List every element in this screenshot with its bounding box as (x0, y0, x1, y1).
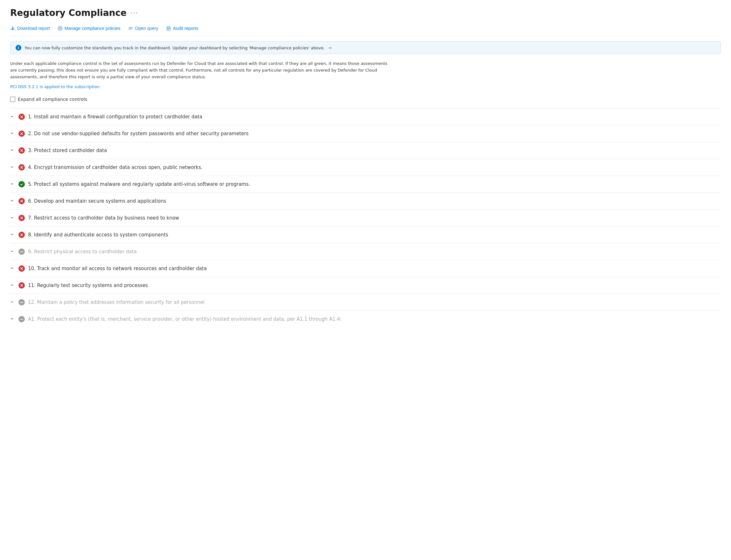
control-item-12: 12. Maintain a policy that addresses inf… (10, 294, 721, 311)
control-label-10: 10. Track and monitor all access to netw… (28, 266, 207, 271)
control-header-10[interactable]: 10. Track and monitor all access to netw… (10, 265, 721, 272)
control-item-10: 10. Track and monitor all access to netw… (10, 260, 721, 277)
info-banner: i You can now fully customize the standa… (10, 41, 721, 54)
control-item-5: 5. Protect all systems against malware a… (10, 176, 721, 193)
control-header-1[interactable]: 1. Install and maintain a firewall confi… (10, 114, 721, 120)
control-header-13[interactable]: A1. Protect each entity's (that is, merc… (10, 316, 721, 322)
control-label-2: 2. Do not use vendor-supplied defaults f… (28, 131, 249, 137)
page-title: Regulatory Compliance ··· (10, 8, 721, 18)
status-icon-9 (18, 249, 25, 255)
chevron-icon-1 (10, 115, 15, 119)
chevron-icon-2 (10, 131, 15, 136)
control-header-3[interactable]: 3. Protect stored cardholder data (10, 147, 721, 154)
chevron-icon-5 (10, 182, 15, 187)
expand-all-label: Expand all compliance controls (18, 97, 87, 102)
download-report-icon (10, 26, 15, 31)
title-ellipsis: ··· (130, 9, 138, 17)
status-icon-2 (18, 130, 25, 137)
control-header-7[interactable]: 7. Restrict access to cardholder data by… (10, 215, 721, 221)
controls-list: 1. Install and maintain a firewall confi… (10, 108, 721, 327)
control-label-12: 12. Maintain a policy that addresses inf… (28, 299, 205, 305)
control-item-3: 3. Protect stored cardholder data (10, 142, 721, 159)
control-label-4: 4. Encrypt transmission of cardholder da… (28, 165, 203, 170)
status-icon-6 (18, 198, 25, 204)
control-header-11[interactable]: 11. Regularly test security systems and … (10, 282, 721, 289)
status-icon-11 (18, 282, 25, 289)
status-icon-4 (18, 164, 25, 171)
status-icon-1 (18, 114, 25, 120)
description-text: Under each applicable compliance control… (10, 60, 392, 80)
control-label-3: 3. Protect stored cardholder data (28, 148, 107, 153)
chevron-icon-13 (10, 317, 15, 322)
title-text: Regulatory Compliance (10, 8, 127, 18)
manage-compliance-label: Manage compliance policies (65, 26, 121, 31)
control-item-6: 6. Develop and maintain secure systems a… (10, 193, 721, 209)
chevron-icon-12 (10, 300, 15, 305)
open-query-label: Open query (135, 26, 158, 31)
status-icon-5 (18, 181, 25, 187)
chevron-icon-8 (10, 233, 15, 237)
status-icon-8 (18, 232, 25, 238)
manage-compliance-icon (58, 26, 63, 31)
manage-compliance-button[interactable]: Manage compliance policies (58, 25, 121, 32)
control-item-2: 2. Do not use vendor-supplied defaults f… (10, 125, 721, 142)
info-icon: i (16, 45, 21, 51)
control-item-7: 7. Restrict access to cardholder data by… (10, 209, 721, 226)
chevron-icon-7 (10, 216, 15, 221)
control-header-6[interactable]: 6. Develop and maintain secure systems a… (10, 198, 721, 204)
chevron-icon-10 (10, 266, 15, 271)
control-label-13: A1. Protect each entity's (that is, merc… (28, 316, 342, 322)
control-item-11: 11. Regularly test security systems and … (10, 277, 721, 294)
control-item-13: A1. Protect each entity's (that is, merc… (10, 311, 721, 327)
control-label-8: 8. Identify and authenticate access to s… (28, 232, 168, 238)
download-report-label: Download report (17, 26, 50, 31)
chevron-icon-6 (10, 199, 15, 204)
audit-reports-label: Audit reports (173, 26, 198, 31)
control-header-8[interactable]: 8. Identify and authenticate access to s… (10, 232, 721, 238)
expand-controls-row: Expand all compliance controls (10, 97, 721, 102)
control-item-9: 9. Restrict physical access to cardholde… (10, 243, 721, 260)
control-header-2[interactable]: 2. Do not use vendor-supplied defaults f… (10, 130, 721, 137)
expand-all-checkbox[interactable] (10, 97, 15, 102)
audit-reports-button[interactable]: Audit reports (166, 25, 198, 32)
control-label-9: 9. Restrict physical access to cardholde… (28, 249, 137, 255)
status-icon-12 (18, 299, 25, 305)
info-arrow: → (328, 45, 332, 50)
chevron-icon-3 (10, 148, 15, 153)
control-label-6: 6. Develop and maintain secure systems a… (28, 198, 166, 204)
control-label-5: 5. Protect all systems against malware a… (28, 181, 250, 187)
control-item-8: 8. Identify and authenticate access to s… (10, 226, 721, 243)
control-header-9[interactable]: 9. Restrict physical access to cardholde… (10, 249, 721, 255)
control-item-4: 4. Encrypt transmission of cardholder da… (10, 159, 721, 176)
status-icon-10 (18, 265, 25, 272)
control-header-4[interactable]: 4. Encrypt transmission of cardholder da… (10, 164, 721, 171)
svg-point-1 (59, 28, 61, 29)
subscription-link[interactable]: PCI DSS 3.2.1 is applied to the subscrip… (10, 84, 100, 89)
control-item-1: 1. Install and maintain a firewall confi… (10, 108, 721, 125)
chevron-icon-11 (10, 283, 15, 288)
audit-reports-icon (166, 26, 171, 31)
control-header-5[interactable]: 5. Protect all systems against malware a… (10, 181, 721, 187)
control-label-11: 11. Regularly test security systems and … (28, 283, 148, 288)
status-icon-7 (18, 215, 25, 221)
info-text: You can now fully customize the standard… (25, 45, 332, 50)
download-report-button[interactable]: Download report (10, 25, 50, 32)
svg-point-0 (58, 26, 62, 31)
chevron-icon-4 (10, 165, 15, 170)
control-label-7: 7. Restrict access to cardholder data by… (28, 215, 179, 221)
control-label-1: 1. Install and maintain a firewall confi… (28, 114, 202, 120)
control-header-12[interactable]: 12. Maintain a policy that addresses inf… (10, 299, 721, 305)
status-icon-13 (18, 316, 25, 322)
toolbar: Download reportManage compliance policie… (10, 25, 721, 36)
status-icon-3 (18, 147, 25, 154)
open-query-icon (128, 26, 133, 31)
open-query-button[interactable]: Open query (128, 25, 158, 32)
chevron-icon-9 (10, 249, 15, 254)
